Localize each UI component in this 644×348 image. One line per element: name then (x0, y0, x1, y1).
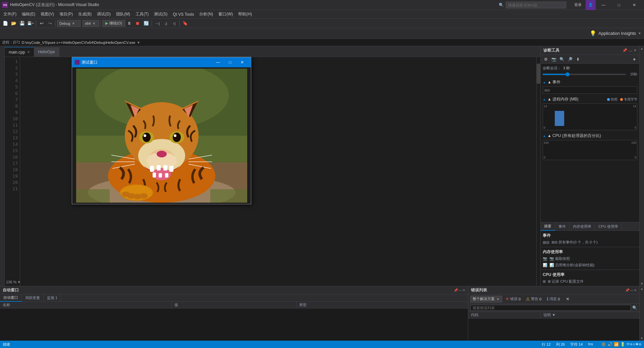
error-col-code[interactable]: 代码 (468, 312, 541, 319)
close-button[interactable]: ✕ (627, 0, 642, 10)
menu-analyze[interactable]: 分析(N) (197, 11, 216, 18)
menu-file[interactable]: 文件(F) (1, 11, 19, 18)
auto-tab-auto[interactable]: 自动窗口 (0, 294, 22, 302)
menu-build[interactable]: 生成(B) (75, 11, 94, 18)
diag-search-icon[interactable]: 🔍 (558, 56, 566, 63)
svg-point-22 (173, 133, 181, 142)
pin-error-icon[interactable]: 📌 (625, 288, 629, 292)
auto-tab-watch[interactable]: 监视 1 (44, 294, 61, 302)
menu-team[interactable]: 团队(M) (113, 11, 133, 18)
warning-badge[interactable]: ⚠ 警告 0 (524, 296, 543, 302)
toolbar: 📄 📂 💾 💾+ ↩ ↪ Debug▼ x64▼ ▶继续(O) ⏸ ⏹ 🔄 →|… (0, 19, 644, 28)
heap-analysis-button[interactable]: 📊 📊 启用堆分析(会影响性能) (543, 263, 637, 268)
platform-dropdown[interactable]: x64▼ (83, 20, 99, 27)
svg-rect-45 (210, 189, 247, 203)
pin-bottom-icon[interactable]: 📌 (454, 288, 458, 292)
tab-hello-opencv[interactable]: HelloOpe (34, 47, 59, 57)
diag-plus-icon[interactable]: + (631, 56, 638, 63)
test-window-minimize[interactable]: — (212, 57, 224, 67)
cpu-section-header[interactable]: ▲ ▲ CPU (所有处理器的百分比) (543, 132, 637, 139)
minimize-error-icon[interactable]: — (630, 288, 633, 292)
minimize-bottom-icon[interactable]: — (459, 288, 462, 292)
quick-launch-input[interactable] (506, 2, 566, 8)
save-all-icon[interactable]: 💾+ (26, 19, 35, 27)
app-insights-button[interactable]: 💡 Application Insights ▼ (590, 30, 641, 37)
bottom-panel-scroll-down[interactable]: ▼ (640, 337, 643, 340)
memory-section-header[interactable]: ▲ ▲ 进程内存 (MB) 快照 专用字节 (543, 96, 637, 103)
events-section-header[interactable]: ▲ ▲ 事件 (543, 79, 637, 86)
redo-icon[interactable]: ↪ (46, 19, 54, 27)
test-window-titlebar[interactable]: 测试窗口 — □ ✕ (72, 57, 251, 67)
step-over-icon[interactable]: →| (153, 19, 161, 27)
timeline-slider[interactable] (543, 74, 626, 75)
close-error-icon[interactable]: ✕ (634, 288, 637, 292)
tab-summary[interactable]: 摘要 (541, 222, 555, 231)
status-ins[interactable]: Ins (588, 342, 593, 347)
restart-icon[interactable]: 🔄 (142, 19, 150, 27)
menu-debug[interactable]: 调试(D) (94, 11, 113, 18)
undo-icon[interactable]: ↩ (38, 19, 46, 27)
capture-snapshot-button[interactable]: 📷 📷 截取快照 (543, 256, 637, 261)
step-into-icon[interactable]: ↓| (162, 19, 170, 27)
search-icon: 🔍 (499, 3, 504, 7)
test-window[interactable]: 测试窗口 — □ ✕ (72, 57, 251, 204)
tab-events[interactable]: 事件 (555, 222, 570, 231)
test-window-restore[interactable]: □ (224, 57, 236, 67)
open-icon[interactable]: 📂 (10, 19, 18, 27)
pause-icon[interactable]: ⏸ (125, 19, 133, 27)
auto-tab-locals[interactable]: 局部变量 (22, 294, 44, 302)
right-panel-scrollbar[interactable]: ▲ ▼ (639, 46, 644, 286)
diag-download-icon[interactable]: ⬇ (574, 56, 582, 63)
stop-icon[interactable]: ⏹ (134, 19, 142, 27)
step-out-icon[interactable]: ↑| (170, 19, 178, 27)
minimize-button[interactable]: — (596, 0, 611, 10)
svg-point-43 (140, 193, 148, 199)
record-cpu-button[interactable]: ⊞ ⊞ 记录 CPU 配置文件 (543, 279, 637, 284)
menu-tools[interactable]: 工具(T) (133, 11, 151, 18)
tab-memory-usage[interactable]: 内存使用率 (570, 222, 595, 231)
diag-close-icon[interactable]: ✕ (634, 48, 637, 53)
status-char[interactable]: 字符 14 (570, 342, 583, 347)
solution-filter-dropdown[interactable]: 整个解决方案▼ (470, 296, 502, 302)
error-col-description[interactable]: 说明 ▼ (541, 312, 639, 319)
restore-button[interactable]: □ (611, 0, 627, 10)
new-project-icon[interactable]: 📄 (1, 19, 9, 27)
save-icon[interactable]: 💾 (18, 19, 26, 27)
diag-zoom-icon[interactable]: 🔎 (566, 56, 574, 63)
auto-col-value: 值 (172, 302, 297, 308)
status-row[interactable]: 行 12 (542, 342, 550, 347)
all-events-row[interactable]: ⊞⊟ ⊞⊟ 所有事件(0 个，共 0 个) (543, 240, 637, 245)
message-badge[interactable]: ℹ 消息 0 (545, 296, 562, 302)
error-count: 0 (519, 297, 521, 301)
menu-view[interactable]: 视图(V) (38, 11, 57, 18)
bookmark-icon[interactable]: 🔖 (181, 19, 189, 27)
search-error-icon: 🔍 (632, 305, 637, 310)
tab-close-main[interactable]: ✕ (27, 50, 30, 54)
zoom-dropdown-icon[interactable]: ▼ (17, 280, 21, 284)
diag-minimize-icon[interactable]: — (629, 49, 632, 53)
editor-scrollbar[interactable] (536, 57, 540, 286)
test-window-close[interactable]: ✕ (236, 57, 248, 67)
close-bottom-icon[interactable]: ✕ (463, 288, 465, 292)
menu-project[interactable]: 项目(P) (57, 11, 75, 18)
menu-edit[interactable]: 编辑(E) (19, 11, 38, 18)
clear-filter-icon[interactable]: ✕ (564, 295, 571, 303)
menu-help[interactable]: 帮助(H) (235, 11, 255, 18)
diag-settings-icon[interactable]: ⚙ (542, 56, 549, 63)
account-icon[interactable]: 👤 (586, 0, 596, 10)
login-button[interactable]: 登录 (570, 0, 586, 10)
tab-cpu-usage[interactable]: CPU 使用率 (595, 222, 622, 231)
bottom-panel-scroll-up[interactable]: ▲ (640, 287, 643, 290)
svg-point-21 (143, 133, 151, 142)
continue-button[interactable]: ▶继续(O) (102, 20, 125, 27)
config-dropdown[interactable]: Debug▼ (57, 20, 80, 27)
diag-camera-icon[interactable]: 📷 (550, 56, 557, 63)
menu-test[interactable]: 测试(S) (151, 11, 170, 18)
tab-main-cpp[interactable]: main.cpp ✕ (5, 47, 34, 57)
menu-window[interactable]: 窗口(W) (216, 11, 235, 18)
error-search-input[interactable] (470, 305, 631, 311)
pin-icon[interactable]: 📌 (623, 48, 627, 53)
error-badge[interactable]: ✕ 错误 0 (503, 296, 523, 302)
status-col[interactable]: 列 26 (556, 342, 565, 347)
menu-qt-vs-tools[interactable]: Qt VS Tools (170, 11, 197, 17)
